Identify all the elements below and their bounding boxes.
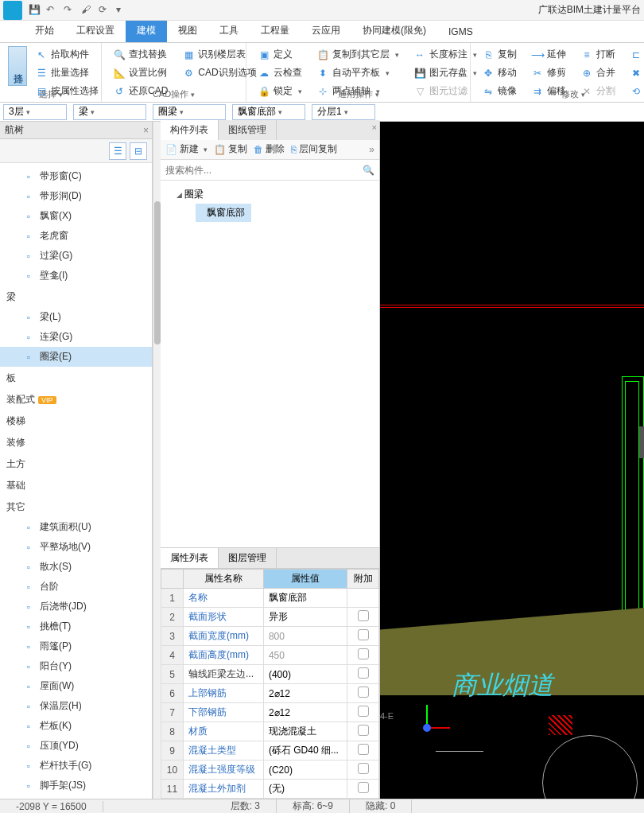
prop-row[interactable]: 10混凝土强度等级(C20) bbox=[161, 760, 379, 780]
tree-item[interactable]: ▫保温层(H) bbox=[0, 696, 152, 716]
search-icon2[interactable]: 🔍 bbox=[363, 165, 374, 176]
tree-group-label[interactable]: 土方 bbox=[0, 453, 152, 474]
layer-select[interactable]: 分层1 bbox=[312, 104, 375, 120]
prop-extra-checkbox[interactable] bbox=[347, 589, 379, 608]
merge-button[interactable]: ⊕合并 bbox=[577, 64, 619, 81]
component-panel-close-icon[interactable]: × bbox=[372, 123, 377, 132]
tree-group-label[interactable]: 梁 bbox=[0, 286, 152, 307]
tree-item[interactable]: ▫栏杆扶手(G) bbox=[0, 756, 152, 776]
search-input[interactable] bbox=[165, 165, 363, 176]
tree-item[interactable]: ▫梁(L) bbox=[0, 307, 152, 327]
tree-item[interactable]: ▫带形洞(D) bbox=[0, 186, 152, 206]
prop-row[interactable]: 11混凝土外加剂(无) bbox=[161, 780, 379, 799]
canvas-vertical-grip[interactable] bbox=[639, 426, 644, 458]
prop-row[interactable]: 8材质现浇混凝土 bbox=[161, 722, 379, 741]
tree-item[interactable]: ▫过梁(G) bbox=[0, 246, 152, 266]
qa-redo-icon[interactable]: ↷ bbox=[64, 4, 76, 17]
align2-button[interactable]: ⊏对齐 bbox=[627, 46, 644, 63]
prop-value[interactable]: (400) bbox=[263, 665, 347, 684]
qa-more-icon[interactable]: ▾ bbox=[116, 4, 129, 17]
prop-row[interactable]: 6上部钢筋2⌀12 bbox=[161, 684, 379, 703]
extend-button[interactable]: ⟶延伸 bbox=[528, 46, 569, 63]
view-list-icon[interactable]: ☰ bbox=[109, 142, 126, 160]
tree-item[interactable]: ▫连梁(G) bbox=[0, 327, 152, 347]
tree-item[interactable]: ▫脚手架(JS) bbox=[0, 776, 152, 795]
find-replace-button[interactable]: 🔍查找替换 bbox=[110, 46, 171, 63]
tree-item[interactable]: ▫壁龛(I) bbox=[0, 266, 152, 286]
tab-properties[interactable]: 属性列表 bbox=[161, 548, 219, 568]
menu-modeling[interactable]: 建模 bbox=[126, 19, 167, 42]
qa-brush-icon[interactable]: 🖌 bbox=[81, 4, 94, 17]
prop-row[interactable]: 2截面形状异形 bbox=[161, 608, 379, 627]
tab-drawing-mgmt[interactable]: 图纸管理 bbox=[219, 120, 277, 140]
prop-value[interactable]: 2⌀12 bbox=[263, 703, 347, 722]
component-select[interactable]: 飘窗底部 bbox=[232, 104, 305, 120]
group-general-label[interactable]: 通用操作 bbox=[246, 88, 470, 100]
prop-value[interactable]: 2⌀12 bbox=[263, 684, 347, 703]
group-select-label[interactable]: 选择 bbox=[0, 88, 101, 100]
save-element-button[interactable]: 💾图元存盘 bbox=[410, 64, 480, 81]
length-label-button[interactable]: ↔长度标注 bbox=[410, 46, 480, 63]
menu-collab[interactable]: 协同建模(限免) bbox=[351, 19, 437, 42]
floor-select[interactable]: 3层 bbox=[3, 104, 67, 120]
tree-item[interactable]: ▫圈梁(E) bbox=[0, 347, 152, 367]
tab-component-list[interactable]: 构件列表 bbox=[161, 120, 219, 140]
tree-item[interactable]: ▫挑檐(T) bbox=[0, 617, 152, 636]
prop-value[interactable]: (砾石 GD40 细... bbox=[263, 741, 347, 760]
move-button[interactable]: ✥移动 bbox=[479, 64, 520, 81]
prop-row[interactable]: 9混凝土类型(砾石 GD40 细... bbox=[161, 741, 379, 760]
prop-value[interactable]: (C20) bbox=[263, 760, 347, 780]
tree-item[interactable]: ▫雨篷(P) bbox=[0, 636, 152, 656]
type-select[interactable]: 圈梁 bbox=[153, 104, 226, 120]
prop-row[interactable]: 1名称飘窗底部 bbox=[161, 589, 379, 608]
comp-tree-root[interactable]: 圈梁 bbox=[165, 185, 374, 204]
qa-undo-icon[interactable]: ↶ bbox=[46, 4, 59, 17]
tree-group-label[interactable]: 装配式VIP bbox=[0, 388, 152, 410]
delete-component-button[interactable]: 🗑删除 bbox=[254, 142, 285, 156]
qa-save-icon[interactable]: 💾 bbox=[29, 4, 41, 17]
tree-item[interactable]: ▫带形窗(C) bbox=[0, 166, 152, 186]
prop-row[interactable]: 7下部钢筋2⌀12 bbox=[161, 703, 379, 722]
cloud-check-button[interactable]: ☁云检查 bbox=[254, 64, 305, 81]
select-big-button[interactable]: 选择 bbox=[8, 46, 27, 86]
drawing-canvas[interactable]: 商业烟道 4-E bbox=[380, 122, 644, 799]
menu-start[interactable]: 开始 bbox=[24, 19, 65, 42]
tree-item[interactable]: ▫散水(S) bbox=[0, 557, 152, 577]
nav-scrollbar[interactable] bbox=[153, 122, 161, 799]
tree-item[interactable]: ▫建筑面积(U) bbox=[0, 517, 152, 537]
prop-row[interactable]: 5轴线距梁左边...(400) bbox=[161, 665, 379, 684]
tree-group-label[interactable]: 楼梯 bbox=[0, 410, 152, 431]
prop-extra-checkbox[interactable] bbox=[347, 684, 379, 703]
prop-value[interactable]: 450 bbox=[263, 646, 347, 665]
nav-tree-close-icon[interactable]: × bbox=[143, 125, 149, 136]
view-tree-icon[interactable]: ⊟ bbox=[130, 142, 147, 160]
copy-button[interactable]: ⎘复制 bbox=[479, 46, 520, 63]
prop-extra-checkbox[interactable] bbox=[347, 608, 379, 627]
tree-item[interactable]: ▫栏板(K) bbox=[0, 716, 152, 736]
batch-select-button[interactable]: ☰批量选择 bbox=[32, 64, 102, 81]
trim-button[interactable]: ✂修剪 bbox=[528, 64, 569, 81]
prop-value[interactable]: 异形 bbox=[263, 608, 347, 627]
tree-group-label[interactable]: 其它 bbox=[0, 496, 152, 517]
define-button[interactable]: ▣定义 bbox=[254, 46, 305, 63]
pick-component-button[interactable]: ↖拾取构件 bbox=[32, 46, 102, 63]
group-modify-label[interactable]: 修改 bbox=[471, 88, 644, 100]
prop-extra-checkbox[interactable] bbox=[347, 741, 379, 760]
menu-quantity[interactable]: 工程量 bbox=[250, 19, 301, 42]
tree-group-label[interactable]: 自定义 bbox=[0, 795, 152, 799]
prop-value[interactable]: (无) bbox=[263, 780, 347, 799]
tree-item[interactable]: ▫平整场地(V) bbox=[0, 537, 152, 557]
prop-extra-checkbox[interactable] bbox=[347, 780, 379, 799]
qa-refresh-icon[interactable]: ⟳ bbox=[99, 4, 111, 17]
prop-extra-checkbox[interactable] bbox=[347, 703, 379, 722]
copy-component-button[interactable]: 📋复制 bbox=[214, 142, 247, 156]
prop-value[interactable]: 800 bbox=[263, 627, 347, 646]
prop-row[interactable]: 4截面高度(mm)450 bbox=[161, 646, 379, 665]
tree-group-label[interactable]: 板 bbox=[0, 367, 152, 388]
category-select[interactable]: 梁 bbox=[73, 104, 146, 120]
menu-project-settings[interactable]: 工程设置 bbox=[65, 19, 126, 42]
prop-row[interactable]: 3截面宽度(mm)800 bbox=[161, 627, 379, 646]
delete-button[interactable]: ✖删除 bbox=[627, 64, 644, 81]
tree-item[interactable]: ▫飘窗(X) bbox=[0, 206, 152, 226]
auto-align-slab-button[interactable]: ⬍自动平齐板 bbox=[313, 64, 402, 81]
